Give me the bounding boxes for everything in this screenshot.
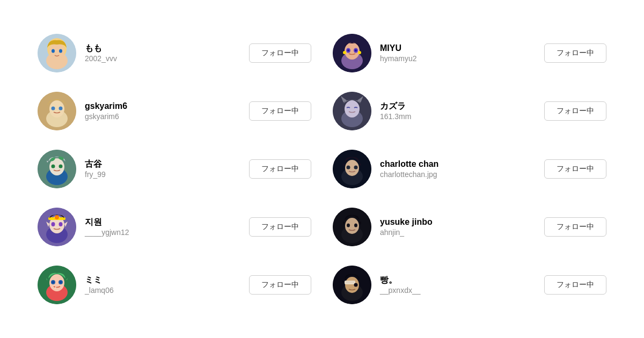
user-handle: gskyarim6: [85, 112, 240, 121]
user-info: カズラ 161.3mm: [380, 101, 536, 122]
svg-point-19: [59, 107, 63, 111]
avatar: [38, 150, 76, 188]
svg-point-22: [345, 100, 360, 117]
follow-button[interactable]: フォロー中: [544, 275, 606, 295]
follow-button[interactable]: フォロー中: [544, 43, 606, 63]
user-row: charlotte chan charlottechan.jpg フォロー中: [322, 140, 617, 198]
user-list: もも 2002_vvv フォロー中 MIYU hym: [27, 24, 617, 314]
svg-point-5: [59, 49, 62, 53]
user-handle: _lamq06: [85, 285, 240, 295]
user-info: MIYU hymamyu2: [380, 43, 536, 64]
display-name: gskyarim6: [85, 101, 240, 112]
display-name: ミミ: [85, 275, 240, 286]
avatar: [38, 208, 76, 246]
user-info: 古谷 fry_99: [85, 159, 240, 180]
user-handle: 161.3mm: [380, 112, 536, 121]
svg-point-43: [55, 215, 59, 219]
user-info: charlotte chan charlottechan.jpg: [380, 159, 536, 180]
user-row: MIYU hymamyu2 フォロー中: [322, 24, 617, 82]
user-info: もも 2002_vvv: [85, 43, 240, 64]
svg-point-35: [347, 166, 350, 170]
user-row: もも 2002_vvv フォロー中: [27, 24, 322, 82]
user-handle: hymamyu2: [380, 54, 536, 63]
user-row: ミミ _lamq06 フォロー中: [27, 256, 322, 314]
user-info: yusuke jinbo ahnjin_: [380, 217, 536, 238]
display-name: MIYU: [380, 43, 536, 54]
svg-point-12: [355, 49, 357, 52]
user-row: 古谷 fry_99 フォロー中: [27, 140, 322, 198]
follow-button[interactable]: フォロー中: [249, 43, 311, 63]
display-name: 빵。: [380, 275, 536, 286]
user-row: カズラ 161.3mm フォロー中: [322, 82, 617, 140]
display-name: 古谷: [85, 159, 240, 170]
user-row: gskyarim6 gskyarim6 フォロー中: [27, 82, 322, 140]
svg-point-64: [354, 283, 358, 287]
svg-point-57: [60, 281, 62, 283]
follow-button[interactable]: フォロー中: [544, 159, 606, 179]
avatar: [38, 266, 76, 304]
user-info: 지원 ____ygjwn12: [85, 217, 240, 238]
follow-button[interactable]: フォロー中: [249, 159, 311, 179]
user-handle: __pxnxdx__: [380, 285, 536, 295]
follow-button[interactable]: フォロー中: [544, 101, 606, 121]
user-handle: 2002_vvv: [85, 54, 240, 63]
user-handle: charlottechan.jpg: [380, 170, 536, 179]
avatar: [333, 150, 371, 188]
user-row: yusuke jinbo ahnjin_ フォロー中: [322, 198, 617, 256]
user-handle: fry_99: [85, 170, 240, 179]
svg-point-14: [358, 51, 361, 54]
user-row: 빵。 __pxnxdx__ フォロー中: [322, 256, 617, 314]
avatar: [38, 92, 76, 130]
svg-point-44: [52, 222, 55, 226]
svg-point-45: [59, 222, 63, 226]
svg-point-50: [354, 224, 357, 227]
user-handle: ahnjin_: [380, 227, 536, 237]
avatar: [333, 266, 371, 304]
display-name: もも: [85, 43, 240, 54]
svg-point-11: [347, 49, 349, 52]
avatar: [333, 34, 371, 72]
svg-point-4: [52, 49, 55, 53]
svg-rect-61: [345, 281, 355, 284]
display-name: 지원: [85, 217, 240, 228]
user-info: ミミ _lamq06: [85, 275, 240, 296]
follow-button[interactable]: フォロー中: [249, 275, 311, 295]
user-handle: ____ygjwn12: [85, 227, 240, 237]
svg-point-13: [343, 51, 346, 54]
svg-point-28: [52, 165, 55, 168]
display-name: charlotte chan: [380, 159, 536, 170]
avatar: [38, 34, 76, 72]
follow-button[interactable]: フォロー中: [249, 101, 311, 121]
follow-button[interactable]: フォロー中: [249, 217, 311, 237]
avatar: [333, 92, 371, 130]
svg-point-29: [59, 165, 63, 168]
svg-point-36: [354, 166, 358, 170]
display-name: カズラ: [380, 101, 536, 112]
follow-button[interactable]: フォロー中: [544, 217, 606, 237]
user-row: 지원 ____ygjwn12 フォロー中: [27, 198, 322, 256]
user-info: gskyarim6 gskyarim6: [85, 101, 240, 122]
svg-point-56: [52, 281, 54, 283]
user-info: 빵。 __pxnxdx__: [380, 275, 536, 296]
display-name: yusuke jinbo: [380, 217, 536, 228]
svg-point-18: [52, 107, 55, 111]
svg-point-49: [347, 224, 350, 227]
avatar: [333, 208, 371, 246]
